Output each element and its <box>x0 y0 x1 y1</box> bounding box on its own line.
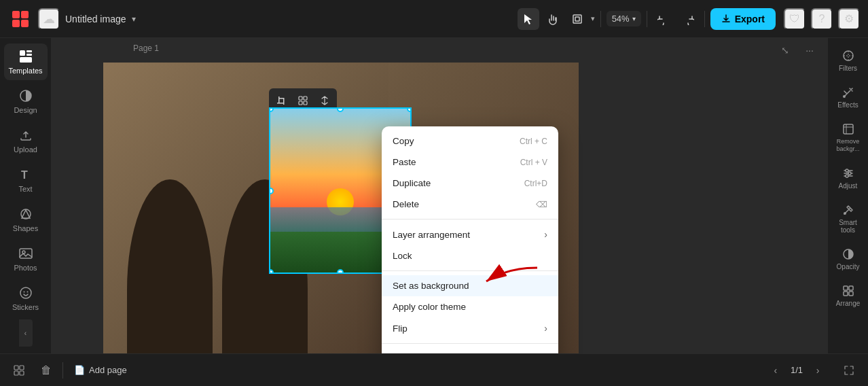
sidebar-label-design: Design <box>14 106 37 114</box>
right-sidebar-item-effects[interactable]: Effects <box>831 80 866 114</box>
svg-marker-14 <box>22 210 30 218</box>
flip-arrow-icon: › <box>544 323 547 334</box>
select-tool-btn[interactable] <box>518 8 539 30</box>
help-icon[interactable]: ? <box>811 8 833 30</box>
svg-rect-45 <box>20 366 24 370</box>
canvas-area[interactable]: Page 1 ⤡ ··· <box>52 38 827 353</box>
svg-rect-31 <box>844 124 853 134</box>
handle-bottom-left[interactable] <box>269 269 274 274</box>
more-options-btn[interactable]: ··· <box>800 41 819 60</box>
right-sidebar-item-remove-bg[interactable]: Remove backgr... <box>831 117 866 158</box>
remove-bg-label: Remove backgr... <box>832 138 865 153</box>
sidebar-label-templates: Templates <box>8 67 42 75</box>
expand-btn[interactable]: ⤡ <box>776 41 795 60</box>
page-navigation: ‹ 1/1 › <box>766 359 860 381</box>
svg-point-19 <box>26 292 28 293</box>
sidebar-item-templates[interactable]: Templates <box>4 43 48 80</box>
thumbnail-view-btn[interactable] <box>8 359 30 381</box>
sidebar-label-shapes: Shapes <box>13 224 38 232</box>
menu-item-apply-color-theme[interactable]: Apply color theme <box>382 296 558 317</box>
svg-rect-5 <box>573 15 581 23</box>
svg-rect-40 <box>844 286 848 290</box>
document-title: Untitled image <box>65 14 126 24</box>
delete-label: Delete <box>393 199 419 209</box>
app-logo[interactable] <box>8 7 33 31</box>
svg-rect-46 <box>14 371 18 375</box>
full-screen-btn[interactable] <box>838 359 860 381</box>
frame-dropdown-icon[interactable]: ▾ <box>591 14 595 23</box>
svg-rect-21 <box>277 103 284 104</box>
right-sidebar-item-arrange[interactable]: Arrange <box>831 279 866 313</box>
redo-btn[interactable] <box>677 8 699 30</box>
cloud-save-button[interactable]: ☁ <box>38 8 60 30</box>
menu-item-set-background[interactable]: Set as background <box>382 275 558 296</box>
handle-top-right[interactable] <box>407 107 412 112</box>
menu-item-lock[interactable]: Lock <box>382 245 558 266</box>
menu-item-delete[interactable]: Delete ⌫ <box>382 194 558 215</box>
paste-label: Paste <box>393 157 416 167</box>
handle-bottom-middle[interactable] <box>337 269 344 274</box>
divider-1 <box>600 11 601 27</box>
export-button[interactable]: Export <box>710 8 776 30</box>
sidebar-item-photos[interactable]: Photos <box>4 241 48 277</box>
right-sidebar-item-adjust[interactable]: Adjust <box>831 161 866 195</box>
right-sidebar: Filters Effects Remove backgr... Adjust … <box>827 38 868 353</box>
right-sidebar-item-opacity[interactable]: Opacity <box>831 242 866 276</box>
svg-rect-41 <box>849 286 853 290</box>
arrange-label: Arrange <box>836 300 861 307</box>
svg-rect-2 <box>12 20 20 27</box>
delete-page-btn[interactable]: 🗑 <box>35 359 57 381</box>
duplicate-shortcut: Ctrl+D <box>524 179 547 188</box>
svg-rect-20 <box>278 96 280 103</box>
copy-shortcut: Ctrl + C <box>520 137 547 146</box>
page-indicator: 1/1 <box>791 365 803 375</box>
apply-color-label: Apply color theme <box>393 302 466 312</box>
svg-rect-23 <box>278 98 284 99</box>
layer-arrow-icon: › <box>544 229 547 240</box>
title-dropdown-icon[interactable]: ▾ <box>132 14 136 24</box>
svg-point-35 <box>846 169 848 172</box>
menu-item-copy[interactable]: Copy Ctrl + C <box>382 130 558 152</box>
paste-shortcut: Ctrl + V <box>520 158 547 167</box>
sidebar-item-design[interactable]: Design <box>4 83 48 120</box>
svg-point-17 <box>20 287 31 298</box>
svg-rect-25 <box>304 96 307 100</box>
sidebar-item-text[interactable]: T Text <box>4 162 48 198</box>
menu-item-search-image[interactable]: Search image like this ⊡ <box>382 348 558 353</box>
prev-page-btn[interactable]: ‹ <box>766 361 785 380</box>
svg-rect-6 <box>575 17 579 21</box>
menu-item-duplicate[interactable]: Duplicate Ctrl+D <box>382 173 558 194</box>
hand-tool-btn[interactable] <box>542 8 564 30</box>
svg-marker-4 <box>524 14 532 24</box>
topbar: ☁ Untitled image ▾ ▾ 54% ▾ Export <box>0 0 868 38</box>
topbar-right-icons: 🛡 ? ⚙ <box>784 8 860 30</box>
add-page-icon: 📄 <box>74 365 85 375</box>
svg-rect-47 <box>20 371 24 375</box>
menu-item-layer-arrangement[interactable]: Layer arrangement › <box>382 224 558 245</box>
svg-point-29 <box>844 51 853 60</box>
svg-rect-0 <box>12 11 20 18</box>
add-page-btn[interactable]: 📄 Add page <box>69 362 132 378</box>
svg-rect-26 <box>299 101 302 105</box>
svg-rect-9 <box>26 54 32 56</box>
sidebar-item-upload[interactable]: Upload <box>4 122 48 159</box>
next-page-btn[interactable]: › <box>808 361 827 380</box>
undo-btn[interactable] <box>653 8 674 30</box>
sidebar-item-stickers[interactable]: Stickers <box>4 280 48 317</box>
bottom-divider <box>62 362 63 379</box>
frame-tool-btn[interactable] <box>566 8 588 30</box>
svg-point-30 <box>843 95 846 98</box>
settings-icon[interactable]: ⚙ <box>838 8 860 30</box>
menu-item-flip[interactable]: Flip › <box>382 317 558 339</box>
shield-icon[interactable]: 🛡 <box>784 8 806 30</box>
right-sidebar-item-filters[interactable]: Filters <box>831 43 866 77</box>
right-sidebar-item-smart-tools[interactable]: Smart tools <box>831 198 866 239</box>
sidebar-item-shapes[interactable]: Shapes <box>4 201 48 238</box>
sidebar-label-upload: Upload <box>14 145 37 154</box>
lock-label: Lock <box>393 251 412 261</box>
adjust-label: Adjust <box>839 182 858 190</box>
svg-rect-1 <box>21 11 29 18</box>
menu-item-paste[interactable]: Paste Ctrl + V <box>382 152 558 173</box>
zoom-control[interactable]: 54% ▾ <box>607 11 641 27</box>
sidebar-collapse-btn[interactable]: ‹ <box>19 319 33 347</box>
